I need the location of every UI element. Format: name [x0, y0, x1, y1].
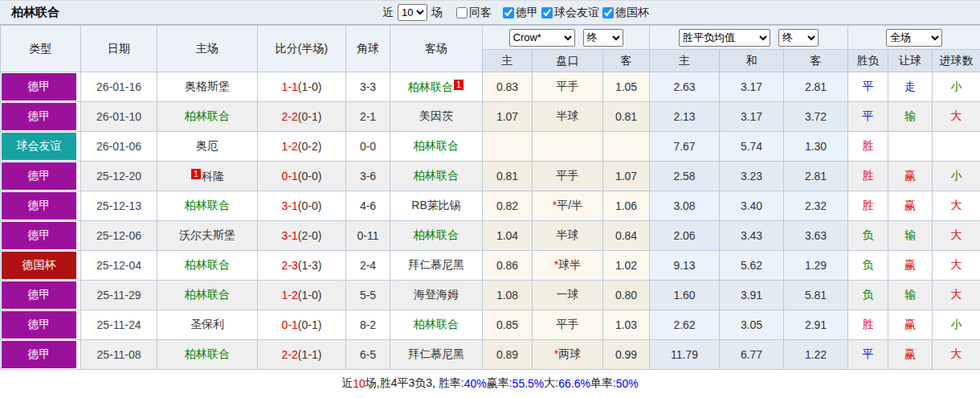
- match-date: 26-01-16: [81, 72, 157, 102]
- summary-footer: 近10场,胜4平3负3, 胜率:40% 赢率:55.5% 大:66.6% 单率:…: [0, 370, 980, 397]
- avg-draw-odds: 6.77: [720, 340, 784, 370]
- match-date: 26-01-06: [81, 132, 157, 162]
- ah-away-odds: 0.99: [603, 340, 650, 370]
- avg-home-odds: 7.67: [650, 132, 720, 162]
- header-group-row: 类型 日期 主场 比分(半场) 角球 客场 Crow* 终: [1, 26, 980, 50]
- match-row: 德甲25-11-24圣保利0-1(0-1)8-2柏林联合0.85平手1.032.…: [1, 310, 980, 340]
- same-away-checkbox[interactable]: [456, 7, 468, 18]
- team-name: 柏林联合: [414, 169, 459, 182]
- ah-home-odds: 0.81: [483, 162, 533, 191]
- col-header-type: 类型: [1, 26, 81, 72]
- half-time-score: (1-0): [298, 80, 322, 93]
- full-time-score: 0-1: [282, 170, 298, 183]
- home-team-cell: 奥厄: [157, 132, 258, 162]
- corner-cell: 5-5: [346, 281, 390, 310]
- handicap-result-cell: 输: [888, 102, 933, 132]
- col-header-score: 比分(半场): [258, 26, 346, 72]
- result-cell: 平: [848, 102, 888, 132]
- team-name: 沃尔夫斯堡: [179, 228, 235, 241]
- filter-german-cup[interactable]: 德国杯: [602, 6, 649, 20]
- match-row: 德甲25-11-08柏林联合2-2(1-1)6-5拜仁慕尼黑0.89*两球0.9…: [1, 340, 980, 370]
- away-team-cell: 柏林联合: [390, 310, 483, 340]
- handicap-result-cell: 赢: [888, 251, 933, 281]
- summary-segment: 10: [353, 377, 365, 390]
- result-cell: 胜: [848, 162, 888, 191]
- goals-result-cell: 大: [933, 221, 980, 251]
- corner-cell: 4-6: [346, 191, 390, 221]
- german-cup-checkbox[interactable]: [602, 7, 614, 18]
- avg-draw-odds: 3.05: [720, 310, 784, 340]
- goals-result-cell: [933, 132, 980, 162]
- avg-home-odds: 2.62: [650, 310, 720, 340]
- games-count-select[interactable]: 10: [398, 4, 427, 21]
- match-date: 25-12-13: [81, 191, 157, 221]
- competition-badge: 德甲: [2, 162, 76, 190]
- match-row: 德甲25-12-06沃尔夫斯堡3-1(2-0)0-11柏林联合1.04半球0.8…: [1, 221, 980, 251]
- competition-badge: 德甲: [2, 341, 76, 368]
- team-name: 美因茨: [419, 109, 453, 122]
- corner-cell: 8-2: [346, 310, 390, 340]
- topbar: 柏林联合 近 10 场 同客 德甲 球会友谊 德国杯: [0, 1, 980, 25]
- goals-result-cell: 小: [933, 310, 980, 340]
- competition-badge: 球会友谊: [2, 133, 76, 160]
- team-name: 柏林联合: [185, 199, 230, 211]
- handicap-result-cell: 赢: [888, 162, 933, 191]
- ah-away-odds: [603, 132, 650, 162]
- score-cell: 2-2(1-1): [258, 340, 346, 370]
- club-friendly-checkbox[interactable]: [541, 7, 553, 18]
- avg-time-select[interactable]: 终: [778, 29, 819, 47]
- ah-away-odds: 1.05: [603, 72, 650, 102]
- subcol-ah-line: 盘口: [533, 50, 603, 72]
- avg-away-odds: 1.22: [784, 340, 848, 370]
- competition-cell: 德国杯: [1, 251, 81, 281]
- avg-away-odds: 2.91: [784, 310, 848, 340]
- ah-home-odds: 1.08: [483, 281, 533, 310]
- filter-bundesliga[interactable]: 德甲: [503, 6, 538, 20]
- bundesliga-checkbox[interactable]: [503, 7, 514, 18]
- games-label: 场: [431, 6, 443, 20]
- ah-line: *球半: [533, 251, 603, 281]
- goals-result-cell: 大: [933, 251, 980, 281]
- competition-cell: 球会友谊: [1, 132, 81, 162]
- avg-away-odds: 3.63: [784, 221, 848, 251]
- team-name: 柏林联合: [414, 228, 459, 241]
- subcol-result: 胜负: [848, 50, 888, 72]
- team-name: 海登海姆: [414, 288, 459, 301]
- half-time-score: (0-0): [298, 170, 322, 183]
- ah-line: [533, 132, 603, 162]
- full-time-score: 0-1: [282, 318, 298, 331]
- team-name: 拜仁慕尼黑: [408, 347, 464, 360]
- match-date: 25-12-06: [81, 221, 157, 251]
- odds-source-select[interactable]: Crow*: [509, 29, 575, 47]
- ah-line: 平手: [533, 162, 603, 191]
- ah-line: 半球: [533, 102, 603, 132]
- avg-type-select[interactable]: 胜平负均值: [679, 29, 770, 47]
- match-row: 德甲26-01-10柏林联合2-2(0-1)2-1美因茨1.07半球0.812.…: [1, 102, 980, 132]
- half-time-score: (0-1): [298, 110, 322, 123]
- match-row: 球会友谊26-01-06奥厄1-2(0-2)0-0柏林联合7.675.741.3…: [1, 132, 980, 162]
- avg-home-odds: 11.79: [650, 340, 720, 370]
- competition-badge: 德国杯: [2, 252, 76, 279]
- half-time-score: (0-0): [298, 199, 322, 212]
- avg-draw-odds: 3.40: [720, 191, 784, 221]
- avg-home-odds: 9.13: [650, 251, 720, 281]
- subcol-goals: 进球数: [933, 50, 980, 72]
- half-time-score: (1-0): [298, 289, 322, 302]
- ah-home-odds: 0.89: [483, 340, 533, 370]
- scope-select[interactable]: 全场: [886, 29, 942, 47]
- ah-time-select[interactable]: 终: [583, 29, 623, 47]
- filter-same-away[interactable]: 同客: [456, 6, 492, 20]
- score-cell: 1-1(1-0): [258, 72, 346, 102]
- ah-away-odds: 1.02: [603, 251, 650, 281]
- result-cell: 胜: [848, 191, 888, 221]
- match-date: 25-11-29: [81, 281, 157, 310]
- score-cell: 2-2(0-1): [258, 102, 346, 132]
- summary-segment: 55.5%: [512, 377, 545, 390]
- avg-draw-odds: 3.91: [720, 281, 784, 310]
- avg-away-odds: 1.30: [784, 132, 848, 162]
- half-time-score: (1-1): [298, 348, 322, 361]
- handicap-result-cell: 走: [888, 72, 933, 102]
- subcol-avg-home: 主: [650, 50, 720, 72]
- subcol-ah-home: 主: [483, 50, 533, 72]
- filter-club-friendly[interactable]: 球会友谊: [541, 6, 599, 20]
